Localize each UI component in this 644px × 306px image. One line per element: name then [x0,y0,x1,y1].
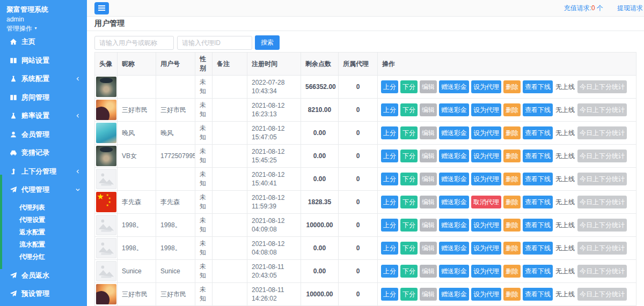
today-stats-button[interactable]: 今日上下分统计 [577,288,627,301]
view-downline-button[interactable]: 查看下线 [523,265,553,278]
set-agent-button[interactable]: 设为代理 [471,80,501,93]
bonus-button[interactable]: 赠送彩金 [439,80,469,93]
withdraw-requests-link[interactable]: 提现请求 [617,4,643,13]
up-button[interactable]: 上分 [381,219,398,232]
view-downline-button[interactable]: 查看下线 [523,150,553,162]
down-button[interactable]: 下分 [400,150,418,162]
sidebar-subitem-agent-settings[interactable]: 代理设置 [0,214,87,226]
sidebar-item-odds-settings[interactable]: 赔率设置 [0,107,87,125]
user-search-input[interactable] [94,36,174,50]
up-button[interactable]: 上分 [381,103,398,116]
down-button[interactable]: 下分 [400,265,418,278]
view-downline-button[interactable]: 查看下线 [523,103,553,116]
delete-button[interactable]: 删除 [503,196,521,208]
sidebar-item-agent-management[interactable]: 代理管理 [0,181,87,199]
delete-button[interactable]: 删除 [503,80,521,93]
down-button[interactable]: 下分 [400,126,418,139]
bonus-button[interactable]: 赠送彩金 [439,150,469,162]
edit-button[interactable]: 编辑 [420,196,437,208]
delete-button[interactable]: 删除 [503,173,521,185]
edit-button[interactable]: 编辑 [420,103,437,116]
sidebar-toggle-button[interactable] [94,2,109,14]
up-button[interactable]: 上分 [381,196,398,208]
view-downline-button[interactable]: 查看下线 [523,173,553,185]
today-stats-button[interactable]: 今日上下分统计 [577,103,627,116]
up-button[interactable]: 上分 [381,242,398,255]
sidebar-item-betting-records[interactable]: 竞猜记录 [0,144,87,162]
delete-button[interactable]: 删除 [503,288,521,301]
bonus-button[interactable]: 赠送彩金 [439,219,469,232]
today-stats-button[interactable]: 今日上下分统计 [577,173,627,185]
edit-button[interactable]: 编辑 [420,126,437,139]
bonus-button[interactable]: 赠送彩金 [439,196,469,208]
bonus-button[interactable]: 赠送彩金 [439,173,469,185]
up-button[interactable]: 上分 [381,150,398,162]
delete-button[interactable]: 删除 [503,103,521,116]
set-agent-button[interactable]: 设为代理 [471,242,501,255]
down-button[interactable]: 下分 [400,219,418,232]
sidebar-item-score-management[interactable]: 上下分管理 [0,162,87,181]
edit-button[interactable]: 编辑 [420,265,437,278]
today-stats-button[interactable]: 今日上下分统计 [577,150,627,162]
view-downline-button[interactable]: 查看下线 [523,288,553,301]
today-stats-button[interactable]: 今日上下分统计 [577,242,627,255]
set-agent-button[interactable]: 设为代理 [471,219,501,232]
up-button[interactable]: 上分 [381,265,398,278]
today-stats-button[interactable]: 今日上下分统计 [577,196,627,208]
sidebar-subitem-turnover-config[interactable]: 流水配置 [0,238,87,251]
edit-button[interactable]: 编辑 [420,150,437,162]
today-stats-button[interactable]: 今日上下分统计 [577,126,627,139]
view-downline-button[interactable]: 查看下线 [523,242,553,255]
bonus-button[interactable]: 赠送彩金 [439,265,469,278]
bonus-button[interactable]: 赠送彩金 [439,126,469,139]
view-downline-button[interactable]: 查看下线 [523,80,553,93]
search-button[interactable]: 搜索 [255,35,280,50]
sidebar-subitem-agent-list[interactable]: 代理列表 [0,201,87,214]
recharge-requests-link[interactable]: 充值请求:0 个 [564,4,603,13]
delete-button[interactable]: 删除 [503,242,521,255]
sidebar-item-system-config[interactable]: 系统配置 [0,70,87,88]
up-button[interactable]: 上分 [381,126,398,139]
bonus-button[interactable]: 赠送彩金 [439,242,469,255]
today-stats-button[interactable]: 今日上下分统计 [577,265,627,278]
sidebar-item-home[interactable]: 主页 [0,33,87,51]
delete-button[interactable]: 删除 [503,150,521,162]
today-stats-button[interactable]: 今日上下分统计 [577,219,627,232]
set-agent-button[interactable]: 设为代理 [471,103,501,116]
set-agent-button[interactable]: 设为代理 [471,288,501,301]
sidebar-subitem-agent-dividend[interactable]: 代理分红 [0,251,87,263]
down-button[interactable]: 下分 [400,80,418,93]
set-agent-button[interactable]: 设为代理 [471,150,501,162]
up-button[interactable]: 上分 [381,173,398,185]
user-menu-dropdown[interactable]: 管理操作▼ [6,24,80,33]
edit-button[interactable]: 编辑 [420,288,437,301]
edit-button[interactable]: 编辑 [420,173,437,185]
sidebar-item-member-rebate[interactable]: 会员返水 [0,266,87,285]
sidebar-subitem-rebate-config[interactable]: 返水配置 [0,226,87,238]
cancel-agent-button[interactable]: 取消代理 [471,196,501,208]
up-button[interactable]: 上分 [381,288,398,301]
view-downline-button[interactable]: 查看下线 [523,126,553,139]
set-agent-button[interactable]: 设为代理 [471,265,501,278]
down-button[interactable]: 下分 [400,103,418,116]
set-agent-button[interactable]: 设为代理 [471,126,501,139]
view-downline-button[interactable]: 查看下线 [523,196,553,208]
down-button[interactable]: 下分 [400,242,418,255]
view-downline-button[interactable]: 查看下线 [523,219,553,232]
set-agent-button[interactable]: 设为代理 [471,173,501,185]
sidebar-item-room-management[interactable]: 房间管理 [0,88,87,107]
bonus-button[interactable]: 赠送彩金 [439,103,469,116]
delete-button[interactable]: 删除 [503,219,521,232]
sidebar-item-member-management[interactable]: 会员管理 [0,125,87,144]
edit-button[interactable]: 编辑 [420,242,437,255]
up-button[interactable]: 上分 [381,80,398,93]
today-stats-button[interactable]: 今日上下分统计 [577,80,627,93]
down-button[interactable]: 下分 [400,288,418,301]
edit-button[interactable]: 编辑 [420,219,437,232]
delete-button[interactable]: 删除 [503,126,521,139]
down-button[interactable]: 下分 [400,196,418,208]
down-button[interactable]: 下分 [400,173,418,185]
sidebar-item-preset-management[interactable]: 预设管理 [0,285,87,303]
bonus-button[interactable]: 赠送彩金 [439,288,469,301]
edit-button[interactable]: 编辑 [420,80,437,93]
